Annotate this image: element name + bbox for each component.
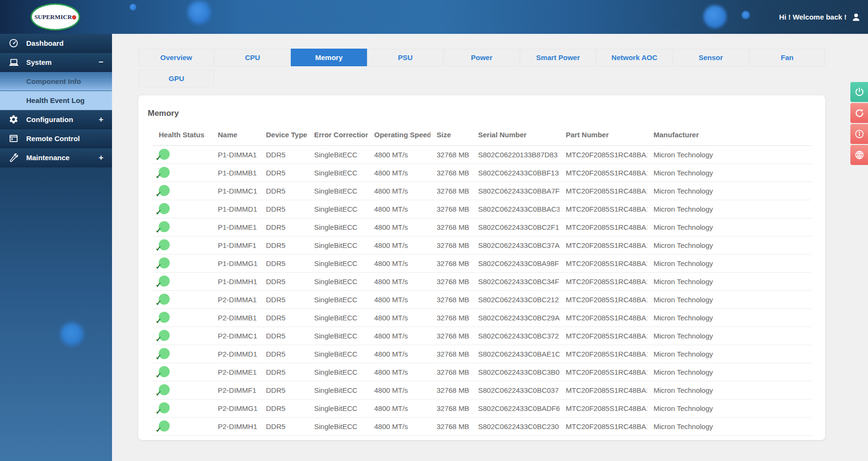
cell-size: 32768 MB xyxy=(430,205,472,213)
cell-manufacturer: Micron Technology xyxy=(647,277,811,286)
health-ok-icon: ✓ xyxy=(159,366,170,377)
sidebar-item-label: Dashboard xyxy=(26,39,63,47)
table-row: ✓P1-DIMMG1DDR5SingleBitECC4800 MT/s32768… xyxy=(153,255,811,273)
decor-bubble xyxy=(130,4,136,10)
cell-size: 32768 MB xyxy=(430,332,472,340)
check-glyph: ✓ xyxy=(155,353,162,360)
refresh-button[interactable] xyxy=(850,103,868,123)
cell-serial-number: S802C0622433C0BC2F1 xyxy=(472,223,560,231)
col-header-part-number: Part Number xyxy=(560,131,647,139)
tab-gpu[interactable]: GPU xyxy=(138,70,214,87)
col-header-manufacturer: Manufacturer xyxy=(647,131,811,139)
cell-size: 32768 MB xyxy=(430,386,472,394)
cell-operating-speed: 4800 MT/s xyxy=(368,314,430,322)
cell-error-correction: SingleBitECC xyxy=(308,296,368,304)
cell-part-number: MTC20F2085S1RC48BA1 xyxy=(560,332,647,340)
cell-error-correction: SingleBitECC xyxy=(308,259,368,267)
sidebar-item-health-event-log[interactable]: Health Event Log xyxy=(0,91,112,110)
refresh-icon xyxy=(854,108,865,118)
cell-serial-number: S802C0622433C0BC37A xyxy=(472,241,560,249)
cell-health-status: ✓ xyxy=(153,402,212,415)
tab-fan[interactable]: Fan xyxy=(749,49,825,66)
power-button[interactable] xyxy=(850,82,868,102)
tab-memory[interactable]: Memory xyxy=(291,49,367,66)
welcome-area[interactable]: Hi ! Welcome back ! xyxy=(779,0,861,34)
tab-psu[interactable]: PSU xyxy=(368,49,443,66)
cell-size: 32768 MB xyxy=(430,259,472,267)
sub-item-label: Health Event Log xyxy=(26,96,85,104)
tab-cpu[interactable]: CPU xyxy=(214,49,290,66)
cell-part-number: MTC20F2085S1RC48BA1 xyxy=(560,386,647,394)
check-glyph: ✓ xyxy=(155,407,162,415)
sidebar-item-label: Configuration xyxy=(26,115,73,123)
cell-health-status: ✓ xyxy=(153,167,212,179)
cell-manufacturer: Micron Technology xyxy=(647,259,811,267)
globe-icon-button[interactable] xyxy=(850,145,868,165)
health-ok-icon: ✓ xyxy=(159,420,170,431)
cell-device-type: DDR5 xyxy=(260,386,308,394)
cell-device-type: DDR5 xyxy=(260,187,308,195)
cell-manufacturer: Micron Technology xyxy=(647,205,811,213)
cell-manufacturer: Micron Technology xyxy=(647,386,811,394)
tab-sensor[interactable]: Sensor xyxy=(673,49,749,66)
sidebar-item-maintenance[interactable]: Maintenance + xyxy=(0,148,112,167)
decor-bubble xyxy=(704,5,726,28)
cell-error-correction: SingleBitECC xyxy=(308,350,368,358)
cell-name: P2-DIMME1 xyxy=(212,368,260,376)
cell-name: P2-DIMMB1 xyxy=(212,314,260,322)
info-button[interactable] xyxy=(850,124,868,144)
col-header-size: Size xyxy=(430,131,472,139)
health-ok-icon: ✓ xyxy=(159,149,170,160)
table-row: ✓P1-DIMMA1DDR5SingleBitECC4800 MT/s32768… xyxy=(153,146,811,164)
tab-network-aoc[interactable]: Network AOC xyxy=(596,49,672,66)
cell-operating-speed: 4800 MT/s xyxy=(368,277,430,286)
cell-operating-speed: 4800 MT/s xyxy=(368,169,430,177)
cell-operating-speed: 4800 MT/s xyxy=(368,205,430,213)
cell-device-type: DDR5 xyxy=(260,169,308,177)
table-row: ✓P2-DIMMG1DDR5SingleBitECC4800 MT/s32768… xyxy=(153,400,811,418)
sidebar-item-component-info[interactable]: Component Info xyxy=(0,72,112,91)
cell-health-status: ✓ xyxy=(153,312,212,324)
check-glyph: ✓ xyxy=(155,425,162,433)
cell-manufacturer: Micron Technology xyxy=(647,151,811,159)
tab-overview[interactable]: Overview xyxy=(138,49,214,66)
check-glyph: ✓ xyxy=(155,208,162,215)
cell-operating-speed: 4800 MT/s xyxy=(368,241,430,249)
cell-name: P2-DIMMH1 xyxy=(212,422,260,430)
cell-serial-number: S802C0622433C0BC3B0 xyxy=(472,368,560,376)
cell-size: 32768 MB xyxy=(430,422,472,430)
power-icon xyxy=(854,87,865,97)
tab-smart-power[interactable]: Smart Power xyxy=(520,49,596,66)
cell-size: 32768 MB xyxy=(430,223,472,231)
decor-bubble xyxy=(188,1,211,24)
cell-health-status: ✓ xyxy=(153,221,212,234)
cell-manufacturer: Micron Technology xyxy=(647,241,811,249)
expand-indicator: + xyxy=(99,115,103,124)
cell-name: P2-DIMMA1 xyxy=(212,296,260,304)
cell-part-number: MTC20F2085S1RC48BA1 xyxy=(560,277,647,286)
sidebar-item-dashboard[interactable]: Dashboard xyxy=(0,34,112,53)
cell-error-correction: SingleBitECC xyxy=(308,169,368,177)
tab-power[interactable]: Power xyxy=(444,49,520,66)
supermicro-logo[interactable]: SUPERMICR xyxy=(31,3,80,31)
cell-device-type: DDR5 xyxy=(260,223,308,231)
cell-manufacturer: Micron Technology xyxy=(647,404,811,412)
cell-error-correction: SingleBitECC xyxy=(308,151,368,159)
health-ok-icon: ✓ xyxy=(159,221,170,232)
table-body: ✓P1-DIMMA1DDR5SingleBitECC4800 MT/s32768… xyxy=(153,146,811,436)
cell-name: P2-DIMMF1 xyxy=(212,386,260,394)
cell-manufacturer: Micron Technology xyxy=(647,223,811,231)
decor-bubble xyxy=(61,323,83,346)
health-ok-icon: ✓ xyxy=(159,384,170,395)
sidebar-item-remote-control[interactable]: Remote Control xyxy=(0,129,112,148)
table-row: ✓P1-DIMMD1DDR5SingleBitECC4800 MT/s32768… xyxy=(153,200,811,218)
check-glyph: ✓ xyxy=(155,389,162,397)
cell-manufacturer: Micron Technology xyxy=(647,422,811,430)
cell-name: P1-DIMMA1 xyxy=(212,151,260,159)
sidebar: Dashboard System − Component Info Health… xyxy=(0,34,112,461)
health-ok-icon: ✓ xyxy=(159,257,170,268)
table-row: ✓P1-DIMMF1DDR5SingleBitECC4800 MT/s32768… xyxy=(153,236,811,255)
sidebar-item-configuration[interactable]: Configuration + xyxy=(0,110,112,129)
table-row: ✓P1-DIMMB1DDR5SingleBitECC4800 MT/s32768… xyxy=(153,164,811,182)
sidebar-item-system[interactable]: System − xyxy=(0,53,112,72)
